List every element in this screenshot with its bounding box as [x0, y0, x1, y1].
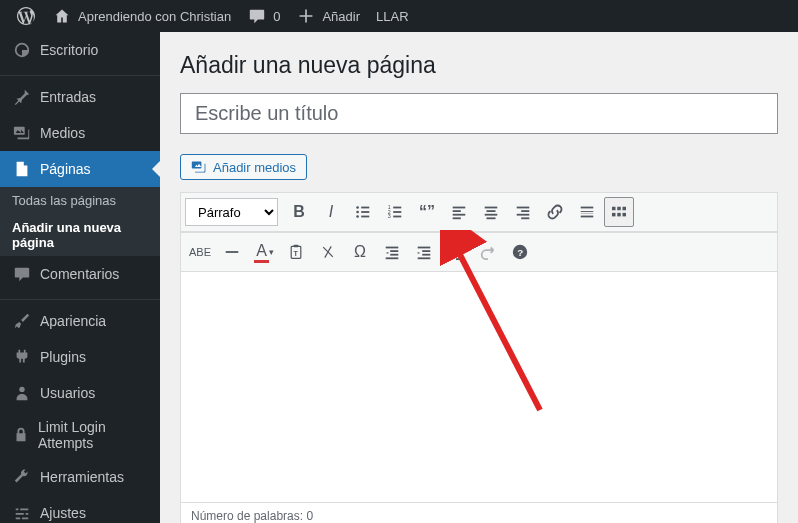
svg-rect-42: [390, 254, 398, 256]
wordpress-icon: [16, 6, 36, 26]
outdent-button[interactable]: [377, 237, 407, 267]
submenu-new-page[interactable]: Añadir una nueva página: [0, 214, 160, 256]
add-new-link[interactable]: Añadir: [288, 0, 368, 32]
svg-rect-43: [386, 257, 399, 259]
svg-rect-31: [617, 207, 621, 211]
svg-point-4: [356, 211, 359, 214]
svg-point-0: [19, 387, 24, 392]
svg-rect-36: [226, 251, 239, 253]
site-name-link[interactable]: Aprendiendo con Christian: [44, 0, 239, 32]
indent-button[interactable]: [409, 237, 439, 267]
comment-icon: [247, 6, 267, 26]
svg-rect-40: [386, 247, 399, 249]
menu-users[interactable]: Usuarios: [0, 375, 160, 411]
align-left-button[interactable]: [444, 197, 474, 227]
menu-tools-label: Herramientas: [40, 469, 124, 485]
blockquote-button[interactable]: “”: [412, 197, 442, 227]
submenu-all-pages[interactable]: Todas las páginas: [0, 187, 160, 214]
align-center-button[interactable]: [476, 197, 506, 227]
paste-text-button[interactable]: T: [281, 237, 311, 267]
media-icon: [12, 123, 32, 143]
svg-rect-14: [453, 207, 466, 209]
svg-rect-41: [390, 250, 398, 252]
bold-button[interactable]: B: [284, 197, 314, 227]
wp-logo[interactable]: [8, 0, 44, 32]
redo-button[interactable]: [473, 237, 503, 267]
svg-rect-16: [453, 214, 466, 216]
menu-comments[interactable]: Comentarios: [0, 256, 160, 292]
help-button[interactable]: ?: [505, 237, 535, 267]
svg-rect-5: [361, 211, 369, 213]
align-right-button[interactable]: [508, 197, 538, 227]
menu-dashboard-label: Escritorio: [40, 42, 98, 58]
sliders-icon: [12, 503, 32, 523]
svg-point-2: [356, 206, 359, 209]
llar-link[interactable]: LLAR: [368, 0, 417, 32]
plus-icon: [296, 6, 316, 26]
svg-rect-25: [521, 217, 529, 219]
site-name-label: Aprendiendo con Christian: [78, 9, 231, 24]
undo-button[interactable]: [441, 237, 471, 267]
dashboard-icon: [12, 40, 32, 60]
strikethrough-button[interactable]: ABE: [185, 237, 215, 267]
read-more-button[interactable]: [572, 197, 602, 227]
admin-bar: Aprendiendo con Christian 0 Añadir LLAR: [0, 0, 798, 32]
comments-count: 0: [273, 9, 280, 24]
svg-point-6: [356, 215, 359, 218]
add-new-label: Añadir: [322, 9, 360, 24]
comment-icon: [12, 264, 32, 284]
format-select[interactable]: Párrafo: [185, 198, 278, 226]
svg-rect-23: [521, 210, 529, 212]
pin-icon: [12, 87, 32, 107]
svg-text:?: ?: [517, 247, 523, 258]
svg-rect-24: [517, 214, 530, 216]
home-icon: [52, 6, 72, 26]
svg-rect-29: [581, 216, 594, 218]
svg-rect-9: [393, 207, 401, 209]
menu-users-label: Usuarios: [40, 385, 95, 401]
page-icon: [12, 159, 32, 179]
post-title-input[interactable]: [180, 93, 778, 134]
link-button[interactable]: [540, 197, 570, 227]
svg-rect-33: [612, 213, 616, 217]
hr-button[interactable]: [217, 237, 247, 267]
menu-comments-label: Comentarios: [40, 266, 119, 282]
lock-icon: [12, 425, 30, 445]
editor-content-area[interactable]: [181, 272, 777, 502]
llar-label: LLAR: [376, 9, 409, 24]
numbered-list-button[interactable]: 123: [380, 197, 410, 227]
menu-separator: [0, 71, 160, 76]
svg-rect-17: [453, 217, 461, 219]
menu-media-label: Medios: [40, 125, 85, 141]
menu-pages[interactable]: Páginas: [0, 151, 160, 187]
menu-plugins[interactable]: Plugins: [0, 339, 160, 375]
add-media-button[interactable]: Añadir medios: [180, 154, 307, 180]
clear-formatting-button[interactable]: [313, 237, 343, 267]
menu-limit-login[interactable]: Limit Login Attempts: [0, 411, 160, 459]
special-char-button[interactable]: Ω: [345, 237, 375, 267]
comments-link[interactable]: 0: [239, 0, 288, 32]
menu-appearance-label: Apariencia: [40, 313, 106, 329]
svg-rect-20: [485, 214, 498, 216]
submenu-pages: Todas las páginas Añadir una nueva págin…: [0, 187, 160, 256]
menu-posts[interactable]: Entradas: [0, 79, 160, 115]
menu-appearance[interactable]: Apariencia: [0, 303, 160, 339]
menu-dashboard[interactable]: Escritorio: [0, 32, 160, 68]
media-icon: [191, 159, 207, 175]
menu-media[interactable]: Medios: [0, 115, 160, 151]
svg-rect-47: [418, 257, 431, 259]
menu-tools[interactable]: Herramientas: [0, 459, 160, 495]
wrench-icon: [12, 467, 32, 487]
menu-settings[interactable]: Ajustes: [0, 495, 160, 523]
text-color-button[interactable]: A ▾: [249, 237, 279, 267]
menu-settings-label: Ajustes: [40, 505, 86, 521]
toolbar-toggle-button[interactable]: [604, 197, 634, 227]
italic-button[interactable]: I: [316, 197, 346, 227]
editor-toolbar-row2: ABE A ▾ T Ω ?: [181, 232, 777, 272]
bullet-list-button[interactable]: [348, 197, 378, 227]
svg-rect-13: [393, 216, 401, 218]
menu-pages-label: Páginas: [40, 161, 91, 177]
editor-status-bar: Número de palabras: 0: [181, 502, 777, 523]
svg-rect-35: [623, 213, 627, 217]
svg-rect-7: [361, 216, 369, 218]
